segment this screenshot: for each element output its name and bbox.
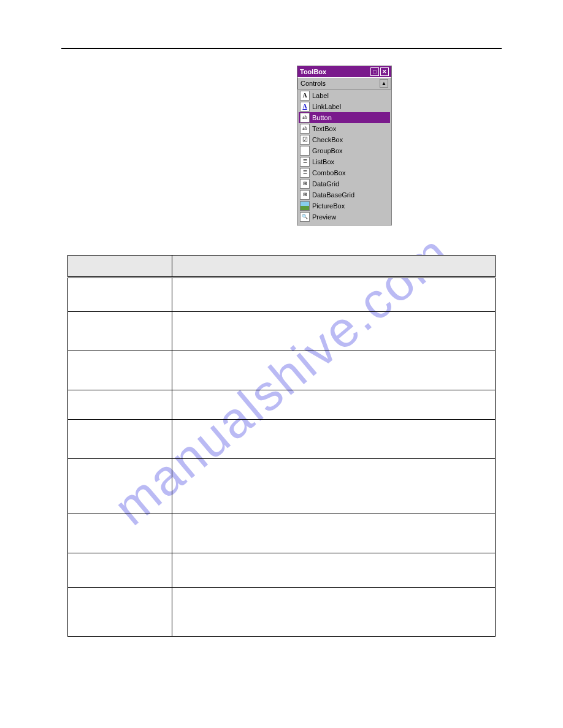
table-cell-control [68,553,172,588]
textbox-icon: ab [300,124,310,134]
toolbox-item-label: DataBaseGrid [312,191,354,199]
table-cell-description [172,420,496,459]
toolbox-item-label: Preview [312,213,336,221]
table-row [68,351,496,390]
toolbox-section-header[interactable]: Controls ▲ [297,77,391,89]
toolbox-title: ToolBox [300,68,326,75]
table-cell-control [68,588,172,637]
groupbox-icon [300,146,310,156]
pin-icon[interactable]: □ [370,67,379,76]
toolbox-item-label[interactable]: ALabel [299,90,390,101]
table-row [68,514,496,553]
close-icon[interactable]: ✕ [380,67,389,76]
table-cell-description [172,459,496,514]
linklabel-icon: A [300,102,310,112]
preview-icon: 🔍 [300,212,310,222]
toolbox-section-label: Controls [301,80,326,87]
titlebar-buttons: □ ✕ [370,67,389,76]
table-cell-control [68,459,172,514]
table-header-description [172,256,496,278]
picturebox-icon [300,201,310,211]
table-cell-description [172,312,496,351]
table-cell-control [68,278,172,312]
toolbox-titlebar[interactable]: ToolBox □ ✕ [297,66,391,77]
table-row [68,588,496,637]
controls-table [67,255,496,637]
toolbox-item-combobox[interactable]: ☰ComboBox [299,167,390,178]
table-row [68,459,496,514]
table-cell-description [172,390,496,420]
toolbox-item-label: DataGrid [312,180,339,188]
toolbox-item-picturebox[interactable]: PictureBox [299,200,390,211]
table-row [68,553,496,588]
collapse-arrow-icon[interactable]: ▲ [380,79,388,88]
toolbox-item-label: Label [312,92,329,99]
combobox-icon: ☰ [300,168,310,178]
table-header-row [68,256,496,278]
toolbox-item-groupbox[interactable]: GroupBox [299,145,390,156]
table-row [68,312,496,351]
table-cell-control [68,390,172,420]
table-row [68,420,496,459]
button-icon: ab [300,113,310,123]
toolbox-item-databasegrid[interactable]: ⊞DataBaseGrid [299,189,390,200]
toolbox-item-button[interactable]: abButton [299,112,390,123]
table-cell-control [68,514,172,553]
toolbox-window: ToolBox □ ✕ Controls ▲ ALabelALinkLabela… [297,66,392,226]
table-row [68,278,496,312]
table-cell-description [172,351,496,390]
toolbox-item-listbox[interactable]: ☰ListBox [299,156,390,167]
table-cell-description [172,514,496,553]
label-icon: A [300,91,310,100]
table-cell-control [68,420,172,459]
table-cell-description [172,278,496,312]
table-cell-control [68,351,172,390]
toolbox-item-linklabel[interactable]: ALinkLabel [299,101,390,112]
toolbox-item-label: LinkLabel [312,103,341,110]
toolbox-item-label: GroupBox [312,147,343,154]
toolbox-item-label: ComboBox [312,169,345,176]
table-cell-description [172,553,496,588]
toolbox-item-label: Button [312,114,332,121]
toolbox-item-checkbox[interactable]: ☑CheckBox [299,134,390,145]
toolbox-item-label: CheckBox [312,136,343,143]
toolbox-item-preview[interactable]: 🔍Preview [299,211,390,222]
listbox-icon: ☰ [300,157,310,167]
datagrid-icon: ⊞ [300,179,310,189]
table-header-control [68,256,172,278]
table-row [68,390,496,420]
toolbox-list: ALabelALinkLabelabButtonabTextBox☑CheckB… [297,89,391,225]
toolbox-item-label: TextBox [312,125,336,132]
toolbox-item-textbox[interactable]: abTextBox [299,123,390,134]
toolbox-item-label: PictureBox [312,202,345,210]
table-cell-description [172,588,496,637]
page-top-rule [61,48,502,49]
toolbox-item-label: ListBox [312,158,334,165]
table-cell-control [68,312,172,351]
checkbox-icon: ☑ [300,135,310,145]
toolbox-item-datagrid[interactable]: ⊞DataGrid [299,178,390,189]
databasegrid-icon: ⊞ [300,190,310,200]
